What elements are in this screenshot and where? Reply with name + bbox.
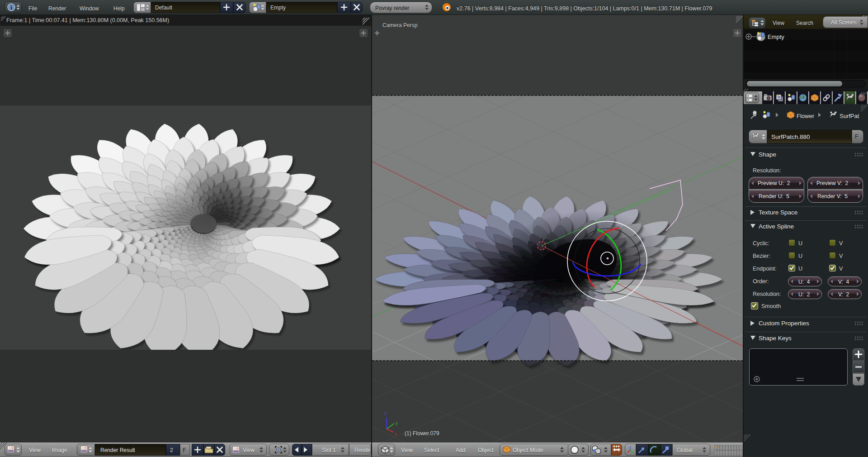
svg-text:y: y bbox=[396, 421, 398, 426]
svg-text:x: x bbox=[395, 432, 397, 437]
svg-text:z: z bbox=[384, 411, 387, 416]
